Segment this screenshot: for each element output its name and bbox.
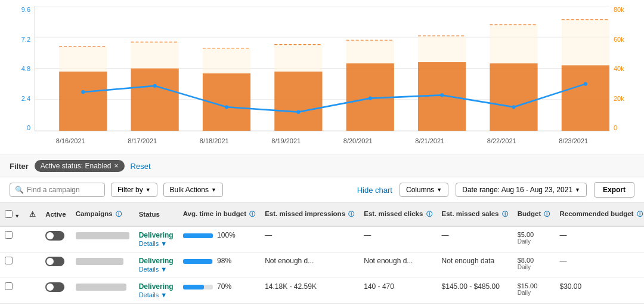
row-1-status: Delivering — [139, 257, 174, 265]
row-1-budget-cell: $8.00 Daily — [513, 252, 555, 278]
row-0-progress-bar-container — [183, 233, 213, 238]
svg-rect-14 — [346, 40, 394, 63]
row-2-checkbox-cell — [0, 278, 24, 304]
y-right-label-4: 0 — [614, 124, 617, 131]
row-2-est-missed-clicks: 140 - 470 — [364, 282, 394, 291]
row-1-budget-type: Daily — [518, 264, 550, 270]
date-range-chevron-icon: ▼ — [575, 187, 580, 193]
select-all-checkbox[interactable] — [5, 210, 13, 218]
chart-section: 9.6 7.2 4.8 2.4 0 80k 60k 40k 20k 0 — [0, 0, 644, 155]
row-0-est-missed-clicks: — — [364, 231, 371, 239]
filter-chip-close-icon[interactable]: × — [114, 162, 119, 170]
bulk-actions-label: Bulk Actions — [170, 186, 209, 194]
row-0-est-missed-clicks-cell: — — [359, 226, 436, 252]
th-campaigns: Campaigns ⓘ — [71, 203, 134, 226]
bulk-actions-chevron-icon: ▼ — [211, 187, 216, 193]
row-0-checkbox[interactable] — [5, 231, 13, 239]
row-1-avg-time-cell: 98% — [178, 252, 260, 278]
avg-time-info-icon[interactable]: ⓘ — [249, 211, 255, 217]
chart-y-left-axis: 9.6 7.2 4.8 2.4 0 — [12, 6, 33, 131]
date-range-label: Date range: Aug 16 - Aug 23, 2021 — [462, 186, 572, 194]
row-1-est-missed-imp: Not enough d... — [265, 257, 314, 265]
chart-y-right-axis: 80k 60k 40k 20k 0 — [611, 6, 632, 131]
search-icon: 🔍 — [15, 186, 24, 194]
row-2-rec-budget: $30.00 — [559, 282, 581, 291]
export-button[interactable]: Export — [594, 182, 634, 198]
row-1-progress-pct: 98% — [217, 257, 231, 265]
bulk-actions-button[interactable]: Bulk Actions ▼ — [163, 183, 223, 197]
campaigns-info-icon[interactable]: ⓘ — [116, 211, 122, 217]
row-0-toggle-cell — [41, 226, 71, 252]
row-0-progress-pct: 100% — [217, 231, 236, 239]
columns-label: Columns — [406, 186, 434, 194]
row-1-campaign-name — [76, 258, 123, 265]
row-1-checkbox[interactable] — [5, 257, 13, 264]
row-2-progress-bar-fill — [183, 285, 204, 289]
row-2-active-toggle[interactable] — [45, 282, 64, 292]
est-missed-imp-info-icon[interactable]: ⓘ — [348, 211, 354, 217]
row-2-est-missed-sales-cell: $145.00 - $485.00 — [437, 278, 513, 304]
filter-by-button[interactable]: Filter by ▼ — [111, 183, 157, 197]
reset-filter-link[interactable]: Reset — [131, 162, 151, 171]
th-avg-time: Avg. time in budget ⓘ — [178, 203, 260, 226]
svg-rect-10 — [203, 48, 250, 73]
row-2-checkbox[interactable] — [5, 282, 13, 290]
table-header: ▼ ⚠ Active Campaigns ⓘ Status Avg. time … — [0, 203, 644, 226]
row-0-est-missed-imp-cell: — — [260, 226, 359, 252]
row-0-warn-cell — [24, 226, 41, 252]
row-0-est-missed-imp: — — [265, 231, 272, 239]
row-1-est-missed-sales: Not enough data — [442, 257, 495, 265]
est-missed-clicks-info-icon[interactable]: ⓘ — [426, 211, 432, 217]
row-2-est-missed-imp: 14.18K - 42.59K — [265, 282, 317, 291]
row-2-campaign-cell — [71, 278, 134, 304]
row-2-details-link[interactable]: Details ▼ — [139, 291, 168, 298]
row-0-campaign-name — [76, 232, 129, 239]
search-box[interactable]: 🔍 — [10, 183, 105, 197]
row-1-warn-cell — [24, 252, 41, 278]
row-1-progress-bar-fill — [183, 259, 212, 264]
svg-point-26 — [440, 93, 444, 97]
row-1-checkbox-cell — [0, 252, 24, 278]
row-0-details-link[interactable]: Details ▼ — [139, 240, 168, 247]
y-left-label-2: 4.8 — [21, 65, 30, 72]
filter-label: Filter — [10, 162, 29, 171]
row-1-toggle-cell — [41, 252, 71, 278]
search-input[interactable] — [27, 186, 100, 194]
rec-budget-info-icon[interactable]: ⓘ — [637, 211, 643, 217]
table-container: ▼ ⚠ Active Campaigns ⓘ Status Avg. time … — [0, 203, 644, 304]
x-label-5: 8/21/2021 — [415, 137, 444, 144]
y-left-label-3: 2.4 — [21, 95, 30, 102]
row-2-progress-bar-container — [183, 285, 213, 289]
row-2-est-missed-imp-cell: 14.18K - 42.59K — [260, 278, 359, 304]
row-2-budget-cell: $15.00 Daily — [513, 278, 555, 304]
svg-rect-6 — [59, 47, 107, 72]
row-2-est-missed-clicks-cell: 140 - 470 — [359, 278, 436, 304]
th-est-missed-sales: Est. missed sales ⓘ — [437, 203, 513, 226]
row-1-active-toggle[interactable] — [45, 257, 64, 266]
row-1-status-cell: Delivering Details ▼ — [134, 252, 178, 278]
x-label-2: 8/18/2021 — [200, 137, 229, 144]
date-range-button[interactable]: Date range: Aug 16 - Aug 23, 2021 ▼ — [456, 183, 587, 197]
row-1-rec-budget-cell: — — [555, 252, 644, 278]
budget-info-icon[interactable]: ⓘ — [544, 211, 550, 217]
y-right-label-2: 40k — [614, 65, 624, 72]
row-0-est-missed-sales: — — [442, 231, 449, 239]
svg-point-28 — [584, 82, 587, 85]
row-2-est-missed-sales: $145.00 - $485.00 — [442, 282, 500, 291]
table-row: Delivering Details ▼ 100% — — — $5.00 Da… — [0, 226, 644, 252]
hide-chart-link[interactable]: Hide chart — [357, 186, 392, 195]
campaigns-table: ▼ ⚠ Active Campaigns ⓘ Status Avg. time … — [0, 203, 644, 304]
svg-point-25 — [369, 97, 372, 100]
row-0-rec-budget-cell: — — [555, 226, 644, 252]
table-body: Delivering Details ▼ 100% — — — $5.00 Da… — [0, 226, 644, 304]
columns-button[interactable]: Columns ▼ — [400, 183, 448, 197]
row-1-rec-budget: — — [559, 257, 566, 265]
x-label-1: 8/17/2021 — [128, 137, 157, 144]
row-1-campaign-cell — [71, 252, 134, 278]
filter-chip-active-status[interactable]: Active status: Enabled × — [35, 160, 125, 172]
est-missed-sales-info-icon[interactable]: ⓘ — [502, 211, 508, 217]
row-0-active-toggle[interactable] — [45, 231, 64, 241]
select-all-chevron-icon[interactable]: ▼ — [14, 213, 20, 219]
row-1-details-link[interactable]: Details ▼ — [139, 266, 168, 273]
th-select-all[interactable]: ▼ — [0, 203, 24, 226]
